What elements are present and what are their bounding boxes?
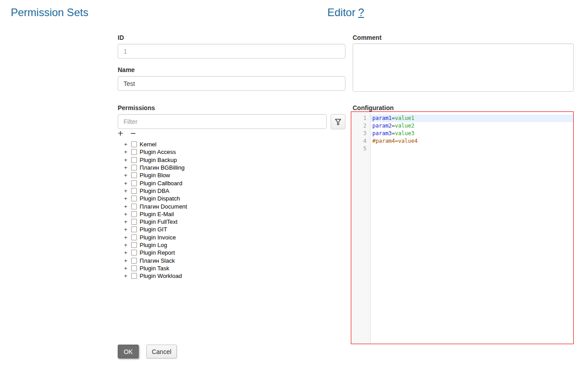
tree-item[interactable]: +Плагин BGBilling [118,164,187,171]
comment-label: Comment [353,34,382,41]
tree-item-checkbox[interactable] [131,204,137,209]
tree-item[interactable]: +Plugin Log [118,241,187,249]
ok-button[interactable]: OK [118,345,139,358]
line-number: 5 [351,145,370,153]
tree-item-label: Plugin Invoice [140,234,176,241]
expand-node-button[interactable]: + [124,234,131,241]
tree-item-label: Plugin GIT [140,226,167,233]
tree-item[interactable]: +Plugin Invoice [118,234,187,241]
tree-item-checkbox[interactable] [131,235,137,240]
tree-item[interactable]: +Plugin Task [118,264,187,272]
tree-item-checkbox[interactable] [131,172,137,178]
code-line[interactable]: param2=value2 [371,122,573,130]
tree-item-checkbox[interactable] [131,265,137,271]
permissions-filter-input[interactable] [118,114,327,129]
expand-node-button[interactable]: + [124,257,131,264]
tree-controls: + − [118,129,136,138]
tree-item-label: Plugin Backup [140,157,177,163]
tree-item-checkbox[interactable] [131,211,137,217]
name-field[interactable] [118,76,345,91]
code-line[interactable]: param1=value1 [371,115,573,122]
tree-item-label: Plugin E-Mail [140,211,174,217]
tree-item[interactable]: +Plugin Workload [118,272,187,280]
tree-item-checkbox[interactable] [131,157,137,163]
tree-item-checkbox[interactable] [131,196,137,201]
code-token-key: param2 [372,123,392,129]
id-field[interactable] [118,44,345,59]
collapse-all-button[interactable]: − [130,129,136,138]
expand-node-button[interactable]: + [124,195,131,202]
tree-item[interactable]: +Plugin Access [118,148,187,156]
code-token-eq: = [392,123,395,129]
tree-item-checkbox[interactable] [131,258,137,264]
tree-item[interactable]: +Kernel [118,141,187,148]
tree-item[interactable]: +Plugin Dispatch [118,195,187,202]
tree-item-checkbox[interactable] [131,242,137,248]
expand-node-button[interactable]: + [124,273,131,279]
expand-node-button[interactable]: + [124,157,131,163]
tree-item-checkbox[interactable] [131,226,137,232]
tree-item-label: Plugin Blow [140,172,170,179]
tree-item-checkbox[interactable] [131,180,137,186]
apply-filter-button[interactable] [331,114,345,129]
tree-item[interactable]: +Plugin FullText [118,218,187,226]
tree-item-checkbox[interactable] [131,188,137,194]
code-line[interactable]: #param4=value4 [371,137,573,145]
tree-item[interactable]: +Плагин Document [118,202,187,210]
tree-item-label: Plugin Log [140,242,167,248]
expand-node-button[interactable]: + [124,211,131,217]
expand-node-button[interactable]: + [124,188,131,194]
editor-title-text: Editor [327,6,355,18]
tree-item-label: Plugin Dispatch [140,195,180,202]
expand-node-button[interactable]: + [124,203,131,210]
comment-field[interactable] [353,43,574,92]
line-number: 3 [351,130,370,137]
tree-item-checkbox[interactable] [131,149,137,155]
tree-item[interactable]: +Plugin Backup [118,156,187,164]
tree-item[interactable]: +Plugin Blow [118,171,187,179]
expand-node-button[interactable]: + [124,180,131,187]
tree-item-checkbox[interactable] [131,250,137,256]
tree-item[interactable]: +Plugin GIT [118,226,187,233]
code-line[interactable] [371,145,573,153]
expand-node-button[interactable]: + [124,218,131,225]
tree-item[interactable]: +Plugin DBA [118,187,187,195]
cancel-button[interactable]: Cancel [146,345,177,358]
tree-item-checkbox[interactable] [131,141,137,147]
configuration-label: Configuration [353,104,394,111]
help-link[interactable]: ? [358,6,364,18]
tree-item-label: Plugin Workload [140,273,182,279]
funnel-icon [335,119,341,125]
expand-all-button[interactable]: + [118,129,123,138]
expand-node-button[interactable]: + [124,265,131,272]
configuration-editor[interactable]: 12345 param1=value1param2=value2param3=v… [351,111,574,344]
expand-node-button[interactable]: + [124,141,131,148]
tree-item-label: Plugin DBA [140,188,169,194]
tree-item-label: Plugin Task [140,265,169,272]
tree-item[interactable]: +Плагин Slack [118,256,187,264]
editor-gutter: 12345 [351,112,371,344]
code-token-key: param3 [372,130,392,136]
tree-item-label: Плагин Slack [140,257,175,264]
tree-item-label: Kernel [140,141,157,148]
line-number: 4 [351,137,370,145]
tree-item[interactable]: +Plugin E-Mail [118,210,187,218]
code-line[interactable]: param3=value3 [371,130,573,137]
permissions-tree: +Kernel+Plugin Access+Plugin Backup+Плаг… [118,141,187,280]
expand-node-button[interactable]: + [124,172,131,179]
tree-item-label: Плагин Document [140,203,187,210]
code-token-eq: = [392,115,395,121]
expand-node-button[interactable]: + [124,164,131,171]
tree-item-checkbox[interactable] [131,165,137,171]
tree-item-label: Plugin Report [140,249,175,256]
code-token-value: value2 [395,123,414,129]
tree-item[interactable]: +Plugin Report [118,249,187,256]
tree-item-checkbox[interactable] [131,219,137,225]
tree-item[interactable]: +Plugin Callboard [118,179,187,187]
expand-node-button[interactable]: + [124,226,131,233]
expand-node-button[interactable]: + [124,149,131,155]
tree-item-checkbox[interactable] [131,273,137,279]
editor-code[interactable]: param1=value1param2=value2param3=value3#… [371,112,573,344]
expand-node-button[interactable]: + [124,249,131,256]
expand-node-button[interactable]: + [124,242,131,248]
